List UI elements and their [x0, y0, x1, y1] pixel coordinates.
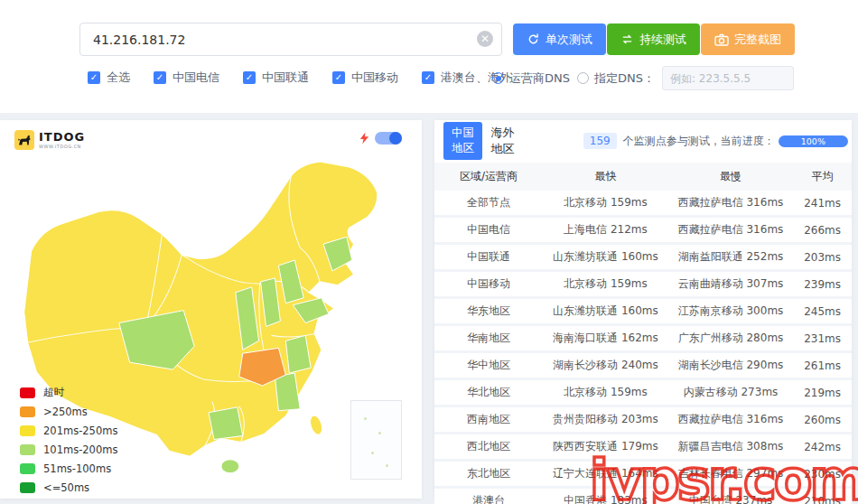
carrier-dns-label: 运营商DNS [509, 70, 570, 87]
avg-cell: 239ms [793, 271, 852, 298]
checkbox-label: 全选 [107, 70, 130, 86]
table-row: 西北地区陕西西安联通 179ms新疆昌吉电信 308ms242ms [434, 434, 852, 461]
single-test-button[interactable]: 单次测试 [513, 23, 606, 55]
taiwan-island [308, 414, 324, 435]
avg-cell: 241ms [793, 191, 852, 217]
toggle-knob [389, 132, 402, 145]
region-cell: 中国电信 [434, 217, 543, 244]
avg-cell: 203ms [793, 244, 852, 271]
region-cell: 华中地区 [434, 352, 543, 379]
table-row: 华南地区海南海口联通 162ms广东广州移动 280ms231ms [434, 325, 852, 352]
slowest-cell: 西藏拉萨电信 316ms [668, 217, 794, 244]
south-sea-inset [350, 400, 402, 480]
continuous-test-button[interactable]: 持续测试 [607, 23, 700, 55]
custom-dns-label: 指定DNS： [594, 70, 655, 87]
checkbox-checked-icon: ✓ [88, 71, 100, 84]
full-screenshot-button[interactable]: 完整截图 [701, 23, 795, 55]
checkbox-checked-icon: ✓ [422, 71, 434, 84]
carrier-dns-radio[interactable]: 运营商DNS [492, 70, 570, 87]
test-toolbar: ✕ 单次测试 持续测试 完整截图 ✓全选✓中国电信✓中国联通✓中国移动✓港澳台、… [0, 0, 858, 113]
legend-label: >250ms [43, 406, 88, 418]
loop-icon [620, 33, 634, 46]
progress-value: 100% [779, 135, 848, 147]
legend-label: 51ms-100ms [43, 462, 111, 475]
results-table-body: 全部节点北京移动 159ms西藏拉萨电信 316ms241ms中国电信上海电信 … [434, 191, 852, 504]
fastest-cell: 海南海口联通 162ms [543, 325, 668, 352]
slowest-cell: 江苏南京移动 300ms [668, 298, 794, 325]
column-fastest: 最快 [543, 163, 668, 191]
avg-cell: 219ms [793, 379, 852, 406]
legend-item: 超时 [20, 386, 117, 399]
checkbox-checked-icon: ✓ [332, 71, 345, 84]
host-input[interactable] [79, 23, 502, 56]
custom-dns-input[interactable] [662, 66, 794, 90]
region-cell: 全部节点 [434, 191, 543, 217]
column-average: 平均 [793, 163, 852, 191]
filter-checkbox[interactable]: ✓中国联通 [243, 70, 309, 86]
continuous-test-label: 持续测试 [639, 32, 686, 48]
avg-cell: 266ms [793, 217, 852, 244]
slowest-cell: 内蒙古移动 273ms [668, 379, 794, 406]
legend-item: 201ms-250ms [20, 425, 117, 437]
legend-swatch [20, 387, 35, 398]
camera-icon [714, 33, 729, 47]
table-row: 中国联通山东潍坊联通 160ms湖南益阳联通 252ms203ms [434, 244, 852, 271]
custom-dns-radio[interactable]: 指定DNS： [577, 70, 655, 87]
region-cell: 中国联通 [434, 244, 543, 271]
region-cell: 港澳台 [434, 488, 543, 504]
table-row: 华中地区湖南长沙移动 240ms湖南长沙电信 290ms261ms [434, 352, 852, 379]
monitor-count-badge: 159 [583, 133, 617, 149]
region-cell: 中国移动 [434, 271, 543, 298]
tab-overseas-region[interactable]: 海外地区 [490, 125, 514, 157]
speed-toggle-wrap [359, 132, 402, 145]
results-panel: 中国地区 海外地区 159 个监测点参与测试，当前进度： 100% 区域/运营商… [434, 120, 852, 499]
table-header-row: 区域/运营商 最快 最慢 平均 [434, 163, 852, 191]
checkbox-label: 中国移动 [351, 70, 398, 86]
table-row: 中国移动北京移动 159ms云南曲靖移动 307ms239ms [434, 271, 852, 298]
refresh-icon [527, 33, 540, 46]
table-row: 华北地区北京移动 159ms内蒙古移动 273ms219ms [434, 379, 852, 406]
fastest-cell: 山东潍坊联通 160ms [543, 244, 668, 271]
legend-label: 201ms-250ms [43, 425, 117, 437]
filter-checkbox[interactable]: ✓中国移动 [332, 70, 398, 86]
itdog-ping-page: ✕ 单次测试 持续测试 完整截图 ✓全选✓中国电信✓中国联通✓中国移动✓港澳台、… [0, 0, 858, 504]
slowest-cell: 西藏拉萨电信 316ms [668, 191, 794, 217]
checkbox-label: 中国电信 [173, 70, 219, 86]
slowest-cell: 吉林长春电信 297ms [668, 461, 794, 488]
dog-icon [14, 130, 34, 150]
filter-checkbox[interactable]: ✓全选 [88, 70, 130, 86]
fastest-cell: 北京移动 159ms [543, 271, 668, 298]
speed-toggle[interactable] [375, 132, 402, 145]
table-row: 东北地区辽宁大连联通 164ms吉林长春电信 297ms230ms [434, 461, 852, 488]
region-cell: 西北地区 [434, 434, 543, 461]
column-region: 区域/运营商 [434, 163, 543, 191]
avg-cell: 210ms [793, 488, 852, 504]
legend-swatch [20, 406, 35, 417]
map-panel: ITDOG WWW.ITDOG.CN [0, 120, 422, 499]
fastest-cell: 辽宁大连联通 164ms [543, 461, 668, 488]
slowest-cell: 湖南长沙电信 290ms [668, 352, 794, 379]
itdog-logo[interactable]: ITDOG WWW.ITDOG.CN [14, 130, 85, 150]
map-legend: 超时>250ms201ms-250ms101ms-200ms51ms-100ms… [20, 386, 117, 494]
legend-label: 超时 [43, 386, 64, 399]
clear-input-icon[interactable]: ✕ [477, 31, 493, 47]
legend-swatch [20, 482, 35, 493]
table-row: 港澳台中国香港 183ms中国台湾 237ms210ms [434, 488, 852, 504]
legend-swatch [20, 425, 35, 436]
legend-item: 101ms-200ms [20, 443, 117, 456]
legend-label: 101ms-200ms [43, 443, 117, 456]
fastest-cell: 湖南长沙移动 240ms [543, 352, 668, 379]
results-header: 中国地区 海外地区 159 个监测点参与测试，当前进度： 100% [443, 130, 848, 152]
legend-swatch [20, 463, 35, 474]
fastest-cell: 贵州贵阳移动 203ms [543, 406, 668, 434]
legend-item: 51ms-100ms [20, 462, 117, 475]
dns-options: 运营商DNS 指定DNS： [492, 66, 794, 90]
column-slowest: 最慢 [668, 163, 794, 191]
slowest-cell: 广东广州移动 280ms [668, 325, 794, 352]
legend-item: <=50ms [20, 481, 117, 494]
radio-selected-icon [492, 72, 504, 84]
tab-china-region[interactable]: 中国地区 [443, 122, 482, 160]
fastest-cell: 北京移动 159ms [543, 191, 668, 217]
avg-cell: 260ms [793, 406, 852, 434]
filter-checkbox[interactable]: ✓中国电信 [154, 70, 219, 86]
